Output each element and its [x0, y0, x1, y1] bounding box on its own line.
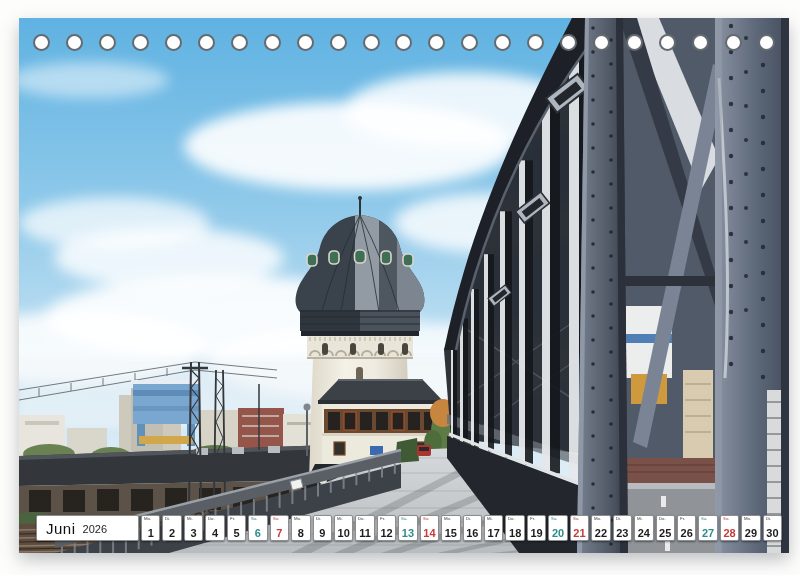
calendar-day-cell-6: Sa.6 [248, 515, 267, 541]
day-number: 10 [335, 527, 352, 539]
day-number: 1 [142, 527, 159, 539]
day-weekday-label: So. [273, 516, 279, 522]
day-number: 8 [292, 527, 309, 539]
day-number: 22 [592, 527, 609, 539]
day-weekday-label: Mi. [337, 516, 343, 522]
calendar-day-cell-15: Mo.15 [441, 515, 460, 541]
calendar-day-cell-21: So.21 [570, 515, 589, 541]
month-label: Juni [46, 520, 76, 537]
photo-illustration [19, 18, 789, 553]
calendar-day-cell-11: Do.11 [355, 515, 374, 541]
calendar-day-cell-23: Di.23 [613, 515, 632, 541]
day-weekday-label: Di. [316, 516, 321, 522]
day-weekday-label: Mo. [294, 516, 301, 522]
day-weekday-label: Do. [508, 516, 515, 522]
day-number: 29 [742, 527, 759, 539]
calendar-day-cell-27: Sa.27 [698, 515, 717, 541]
day-weekday-label: Di. [766, 516, 771, 522]
day-weekday-label: Mo. [444, 516, 451, 522]
day-number: 26 [678, 527, 695, 539]
calendar-day-cell-30: Di.30 [763, 515, 782, 541]
calendar-day-cell-13: Sa.13 [398, 515, 417, 541]
calendar-day-cell-14: So.14 [420, 515, 439, 541]
calendar-day-cell-20: Sa.20 [548, 515, 567, 541]
day-weekday-label: So. [573, 516, 579, 522]
day-weekday-label: Di. [616, 516, 621, 522]
day-number: 12 [378, 527, 395, 539]
day-number: 23 [614, 527, 631, 539]
day-number: 24 [635, 527, 652, 539]
calendar-day-cell-10: Mi.10 [334, 515, 353, 541]
day-number: 16 [464, 527, 481, 539]
day-number: 5 [228, 527, 245, 539]
day-number: 2 [163, 527, 180, 539]
calendar-day-cell-18: Do.18 [505, 515, 524, 541]
calendar-day-cell-8: Mo.8 [291, 515, 310, 541]
calendar-day-cell-29: Mo.29 [741, 515, 760, 541]
day-number: 13 [399, 527, 416, 539]
month-box: Juni 2026 [36, 515, 139, 541]
day-weekday-label: Fr. [530, 516, 535, 522]
day-number: 30 [764, 527, 781, 539]
day-number: 18 [506, 527, 523, 539]
railing-sign [290, 479, 303, 490]
day-weekday-label: Mi. [187, 516, 193, 522]
day-weekday-label: Fr. [380, 516, 385, 522]
calendar-day-cell-4: Do.4 [205, 515, 224, 541]
day-weekday-label: Sa. [251, 516, 257, 522]
day-weekday-label: So. [723, 516, 729, 522]
gap-glimpses [619, 18, 727, 553]
calendar-photo-area: Juni 2026 Mo.1Di.2Mi.3Do.4Fr.5Sa.6So.7Mo… [19, 18, 789, 553]
dome-eave-shadow [301, 331, 419, 336]
calendar-page: Juni 2026 Mo.1Di.2Mi.3Do.4Fr.5Sa.6So.7Mo… [0, 0, 800, 575]
distant-vehicle [417, 445, 431, 456]
calendar-day-cell-1: Mo.1 [141, 515, 160, 541]
day-weekday-label: Fr. [680, 516, 685, 522]
day-weekday-label: Mo. [744, 516, 751, 522]
calendar-day-cell-12: Fr.12 [377, 515, 396, 541]
day-weekday-label: Do. [208, 516, 215, 522]
day-weekday-label: Fr. [230, 516, 235, 522]
day-weekday-label: Sa. [701, 516, 707, 522]
day-weekday-label: So. [423, 516, 429, 522]
calendar-day-cell-17: Mi.17 [484, 515, 503, 541]
day-weekday-label: Sa. [551, 516, 557, 522]
calendar-day-cell-5: Fr.5 [227, 515, 246, 541]
day-number: 17 [485, 527, 502, 539]
calendar-day-cell-22: Mo.22 [591, 515, 610, 541]
day-number: 25 [657, 527, 674, 539]
day-weekday-label: Mi. [487, 516, 493, 522]
calendar-day-cell-24: Mi.24 [634, 515, 653, 541]
day-number: 21 [571, 527, 588, 539]
day-weekday-label: Do. [358, 516, 365, 522]
day-number: 28 [721, 527, 738, 539]
corbel-band [307, 336, 413, 359]
day-weekday-label: Mo. [144, 516, 151, 522]
day-weekday-label: Di. [466, 516, 471, 522]
day-number: 11 [356, 527, 373, 539]
calendar-day-cell-26: Fr.26 [677, 515, 696, 541]
day-number: 14 [421, 527, 438, 539]
day-number: 19 [528, 527, 545, 539]
day-number: 4 [206, 527, 223, 539]
day-number: 3 [185, 527, 202, 539]
calendar-day-cell-9: Di.9 [313, 515, 332, 541]
day-number: 27 [699, 527, 716, 539]
day-weekday-label: Do. [659, 516, 666, 522]
day-number: 7 [271, 527, 288, 539]
calendar-day-cell-28: So.28 [720, 515, 739, 541]
bridge-column-left [577, 18, 628, 553]
day-weekday-label: Sa. [401, 516, 407, 522]
calendar-day-cell-19: Fr.19 [527, 515, 546, 541]
day-weekday-label: Di. [165, 516, 170, 522]
bridge-column-right [715, 18, 789, 553]
calendar-day-cell-16: Di.16 [463, 515, 482, 541]
calendar-day-cell-2: Di.2 [162, 515, 181, 541]
day-weekday-label: Mi. [637, 516, 643, 522]
calendar-day-cell-7: So.7 [270, 515, 289, 541]
day-weekday-label: Mo. [594, 516, 601, 522]
day-number: 20 [549, 527, 566, 539]
calendar-day-cell-25: Do.25 [656, 515, 675, 541]
year-label: 2026 [83, 521, 107, 535]
day-number: 6 [249, 527, 266, 539]
